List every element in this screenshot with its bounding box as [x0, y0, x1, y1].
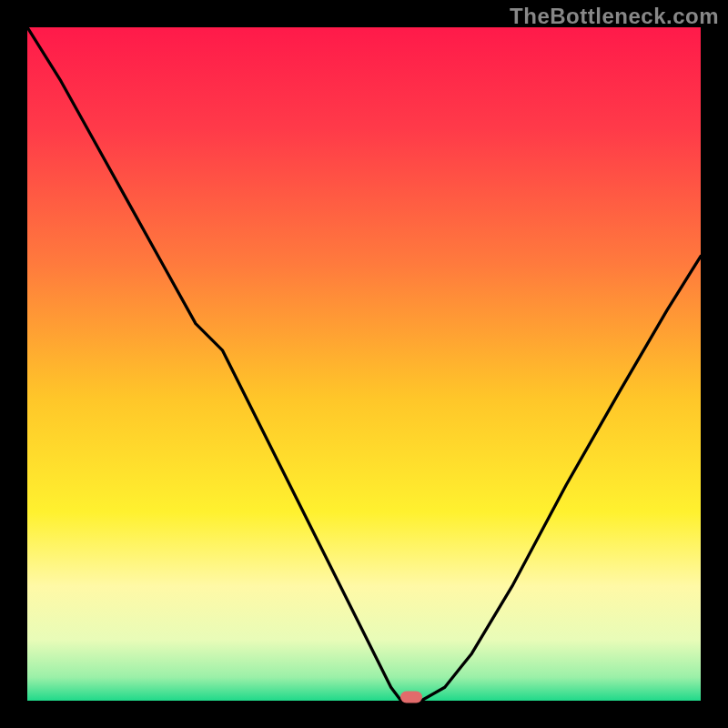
bottleneck-curve: [27, 27, 701, 701]
chart-container: TheBottleneck.com: [0, 0, 728, 728]
watermark-label: TheBottleneck.com: [510, 4, 719, 29]
curve-layer: [27, 27, 701, 701]
optimal-marker: [400, 692, 422, 703]
plot-area: [27, 27, 701, 701]
